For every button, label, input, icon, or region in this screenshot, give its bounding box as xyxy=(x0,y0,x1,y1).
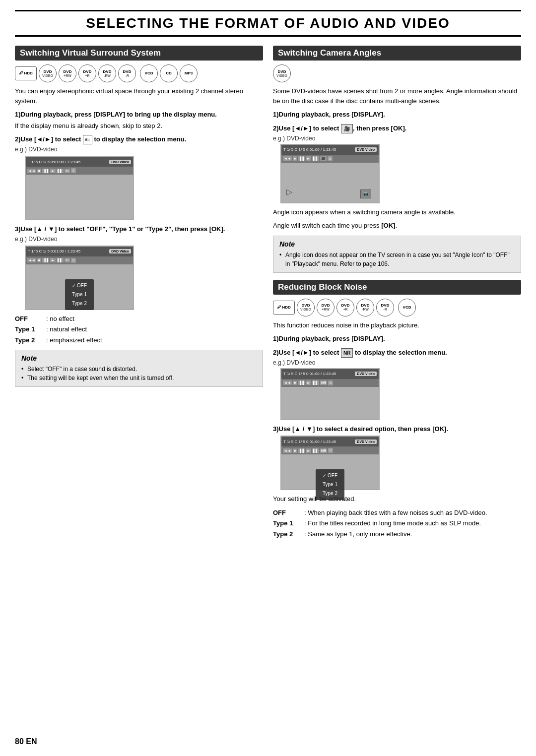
camera-step-2: 2)Use [◄/►] to select 🎥, then press [OK]… xyxy=(273,124,521,203)
camera-after2: Angle will switch each time you press [O… xyxy=(273,221,521,231)
cd-icon: CD xyxy=(160,64,178,82)
reducing-def-off-term: OFF xyxy=(273,508,300,518)
dvd-badge-s3: DVD Video xyxy=(109,249,131,253)
step2-example: e.g.) DVD-video xyxy=(15,146,263,153)
reducing-def-type2-term: Type 2 xyxy=(273,529,300,539)
camera-step-1: 1)During playback, press [DISPLAY]. xyxy=(273,110,521,120)
note-box-camera: Note Angle icon does not appear on the T… xyxy=(273,236,521,273)
dvd-plusrw-icon: DVD +RW xyxy=(59,64,76,82)
reducing-def-type1-desc: : For the titles recorded in long time m… xyxy=(304,518,521,528)
page-number: 80 EN xyxy=(15,737,37,746)
dvd-icons-bar-s3: ◄◄ ■ ▐▐ ► ▌▌ ≡↕ ⊙ xyxy=(26,256,133,264)
dvd-video-icon: DVD VIDEO xyxy=(39,64,57,82)
reducing-dvd-video-icon: DVDVIDEO xyxy=(297,299,315,316)
camera-note-item: Angle icon does not appear on the TV scr… xyxy=(279,251,515,268)
reducing-step2-title: 2)Use [◄/►] to select NR to display the … xyxy=(273,348,521,358)
reducing-step1-title: 1)During playback, press [DISPLAY]. xyxy=(273,334,521,344)
reducing-body: This function reduces noise in the playb… xyxy=(273,320,521,330)
hdd-icon: 🖊 HDD xyxy=(15,66,37,80)
note-item-1: Select "OFF" in a case sound is distorte… xyxy=(21,365,257,374)
reducing-s2-inner xyxy=(281,387,379,419)
reducing-s2-icons: ◄◄ ■ ▐▐ ► ▌▌ NR ⊙ xyxy=(281,379,379,387)
camera-after1: Angle icon appears when a switching came… xyxy=(273,207,521,217)
reducing-def-type1-term: Type 1 xyxy=(273,518,300,528)
reducing-vcd-icon: VCD xyxy=(398,299,416,316)
reducing-after: Your setting will be activated. xyxy=(273,494,521,504)
camera-step2-example: e.g.) DVD-video xyxy=(273,135,521,142)
dvd-plusr-icon: DVD +R xyxy=(78,64,96,82)
dvd-bar-text-s2: T 1/ 5 C 1/ 5 0:01:00 / 1:23:45 xyxy=(28,160,80,164)
vcd-icon: VCD xyxy=(140,64,158,82)
reducing-header: Reducing Block Noise xyxy=(273,280,521,295)
virtual-surround-body: You can enjoy stereophonic virtual space… xyxy=(15,86,263,106)
reducing-s3-inner: ✓OFF Type 1 Type 2 xyxy=(281,454,379,489)
dvd-screen-reducing-s3: T 1/ 5 C 1/ 5 0:01:00 / 1:23:45 DVD Vide… xyxy=(280,436,380,490)
reducing-dvd-plusr-icon: DVD+R xyxy=(336,299,354,316)
left-column: Switching Virtual Surround System 🖊 HDD … xyxy=(15,46,263,542)
reducing-step-2: 2)Use [◄/►] to select NR to display the … xyxy=(273,348,521,420)
reducing-menu-overlay: ✓OFF Type 1 Type 2 xyxy=(316,469,344,500)
reducing-s3-badge: DVD Video xyxy=(355,440,377,444)
camera-dvd-inner: ▷ 📷 xyxy=(281,163,379,202)
reducing-def-type1: Type 1 : For the titles recorded in long… xyxy=(273,518,521,528)
media-icons-row: 🖊 HDD DVD VIDEO DVD +RW DVD +R DVD -RW D… xyxy=(15,64,263,82)
camera-step1-title: 1)During playback, press [DISPLAY]. xyxy=(273,110,521,120)
def-type1-desc: : natural effect xyxy=(46,324,263,334)
dvd-screen-inner-s2 xyxy=(26,175,133,219)
reducing-def-off: OFF : When playing back titles with a fe… xyxy=(273,508,521,518)
dvd-badge-s2: DVD Video xyxy=(109,160,131,164)
reducing-def-off-desc: : When playing back titles with a few no… xyxy=(304,508,521,518)
dvd-screen-reducing-s2: T 1/ 5 C 1/ 5 0:01:00 / 1:23:45 DVD Vide… xyxy=(280,368,380,420)
reducing-def-type2-desc: : Same as type 1, only more effective. xyxy=(304,529,521,539)
dvd-minusrw-icon: DVD -RW xyxy=(98,64,116,82)
angle-box: 📷 xyxy=(360,189,371,198)
def-off-term: OFF xyxy=(15,314,42,324)
reducing-step2-example: e.g.) DVD-video xyxy=(273,359,521,366)
note-box-left: Note Select "OFF" in a case sound is dis… xyxy=(15,350,263,387)
reducing-step-1: 1)During playback, press [DISPLAY]. xyxy=(273,334,521,344)
camera-dvd-video-icon: DVD VIDEO xyxy=(273,64,291,82)
virtual-surround-header: Switching Virtual Surround System xyxy=(15,46,263,61)
right-column: Switching Camera Angles DVD VIDEO Some D… xyxy=(273,46,521,542)
note-item-2: The setting will be kept even when the u… xyxy=(21,374,257,382)
camera-step2-title: 2)Use [◄/►] to select 🎥, then press [OK]… xyxy=(273,124,521,133)
reducing-step-3: 3)Use [▲ / ▼] to select a desired option… xyxy=(273,424,521,491)
note-title-left: Note xyxy=(21,354,257,362)
reducing-step3-title: 3)Use [▲ / ▼] to select a desired option… xyxy=(273,424,521,434)
step-2: 2)Use [◄/►] to select ≡↕ to display the … xyxy=(15,134,263,220)
reducing-hdd-icon: 🖊 HDD xyxy=(273,301,295,315)
step2-title: 2)Use [◄/►] to select ≡↕ to display the … xyxy=(15,134,263,144)
camera-icons-row: DVD VIDEO xyxy=(273,64,521,82)
step3-title: 3)Use [▲ / ▼] to select "OFF", "Type 1" … xyxy=(15,224,263,234)
page-title: SELECTING THE FORMAT OF AUDIO AND VIDEO xyxy=(15,10,521,37)
dvd-screen-step3: T 1/ 5 C 1/ 5 0:01:00 / 1:23:45 DVD Vide… xyxy=(25,246,134,310)
def-off-desc: : no effect xyxy=(46,314,263,324)
dvd-bar-text-s3: T 1/ 5 C 1/ 5 0:01:00 / 1:23:45 xyxy=(28,249,80,253)
dvd-menu-overlay: ✓OFF Type 1 Type 2 xyxy=(65,279,94,310)
def-off: OFF : no effect xyxy=(15,314,263,324)
camera-dvd-badge: DVD Video xyxy=(355,147,377,152)
reducing-icons-row: 🖊 HDD DVDVIDEO DVD+RW DVD+R DVD-RW DVD-R… xyxy=(273,299,521,316)
dvd-icons-bar-s2: ◄◄ ■ ▐▐ ► ▌▌ ≡↕ ⊙ xyxy=(26,167,133,175)
reducing-s3-icons: ◄◄ ■ ▐▐ ► ▌▌ NR ⊙ xyxy=(281,446,379,454)
def-type1-term: Type 1 xyxy=(15,324,42,334)
camera-dvd-bar: T 1/ 5 C 1/ 5 0:01:00 / 1:23:45 xyxy=(283,147,336,152)
reducing-dvd-minusr-icon: DVD-R xyxy=(376,299,394,316)
reducing-definitions: OFF : When playing back titles with a fe… xyxy=(273,508,521,539)
reducing-dvd-minusrw-icon: DVD-RW xyxy=(356,299,374,316)
def-type2-desc: : emphasized effect xyxy=(46,335,263,345)
mp3-icon: MP3 xyxy=(180,64,198,82)
step1-title: 1)During playback, press [DISPLAY] to br… xyxy=(15,110,263,120)
def-type2-term: Type 2 xyxy=(15,335,42,345)
reducing-dvd-plusrw-icon: DVD+RW xyxy=(317,299,335,316)
reducing-def-type2: Type 2 : Same as type 1, only more effec… xyxy=(273,529,521,539)
camera-angles-header: Switching Camera Angles xyxy=(273,46,521,61)
dvd-minusr-icon: DVD -R xyxy=(118,64,136,82)
definitions-list: OFF : no effect Type 1 : natural effect … xyxy=(15,314,263,345)
def-type2: Type 2 : emphasized effect xyxy=(15,335,263,345)
step1-body: If the display menu is already shown, sk… xyxy=(15,121,263,131)
reducing-s2-bar: T 1/ 5 C 1/ 5 0:01:00 / 1:23:45 xyxy=(283,372,336,376)
dvd-screen-inner-s3: ✓OFF Type 1 Type 2 xyxy=(26,264,133,309)
def-type1: Type 1 : natural effect xyxy=(15,324,263,334)
step-3: 3)Use [▲ / ▼] to select "OFF", "Type 1" … xyxy=(15,224,263,310)
